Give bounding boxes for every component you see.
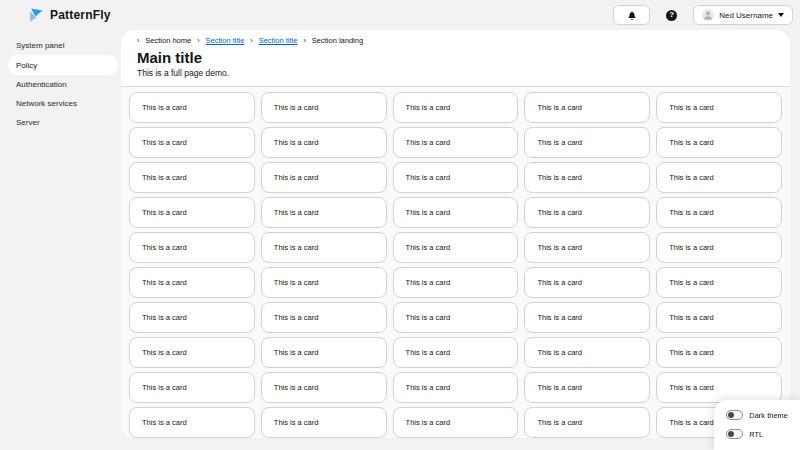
notifications-button[interactable] [613,5,650,25]
card-section: This is a card This is a card This is a … [121,87,790,438]
theme-toggle-panel: Dark theme RTL [714,400,800,450]
card: This is a card [261,267,387,298]
masthead-controls: ? Ned Username [613,5,793,25]
card: This is a card [129,162,255,193]
card: This is a card [393,407,519,438]
card-title: This is a card [537,173,582,182]
sidebar-item-label: Authentication [16,80,67,89]
card: This is a card [656,267,782,298]
switch-knob [728,412,734,418]
card: This is a card [393,267,519,298]
card-title: This is a card [537,313,582,322]
card: This is a card [129,267,255,298]
card: This is a card [656,127,782,158]
card-title: This is a card [274,243,319,252]
user-menu-button[interactable]: Ned Username [693,5,793,25]
card: This is a card [261,302,387,333]
card: This is a card [524,267,650,298]
breadcrumb-link[interactable]: Section title [259,37,298,45]
card-title: This is a card [669,383,714,392]
toggle-row[interactable]: Dark theme [726,410,788,420]
card-title: This is a card [537,243,582,252]
card-title: This is a card [669,418,714,427]
sidebar-item[interactable]: Network services [0,94,121,113]
card-title: This is a card [142,383,187,392]
card: This is a card [261,232,387,263]
breadcrumb-link[interactable]: Section home [145,37,191,45]
card-title: This is a card [142,138,187,147]
card: This is a card [261,162,387,193]
card-title: This is a card [669,348,714,357]
card-title: This is a card [537,348,582,357]
card: This is a card [524,372,650,403]
card-title: This is a card [537,278,582,287]
card-title: This is a card [142,313,187,322]
card: This is a card [656,337,782,368]
sidebar-item[interactable]: Policy [8,55,118,75]
sidebar-item[interactable]: Authentication [0,75,121,94]
card-title: This is a card [142,173,187,182]
card-title: This is a card [142,103,187,112]
card: This is a card [129,337,255,368]
sidebar-item[interactable]: System panel [0,36,121,55]
card-title: This is a card [142,243,187,252]
card-title: This is a card [274,383,319,392]
help-button[interactable]: ? [665,9,678,22]
caret-down-icon [778,13,784,17]
card: This is a card [393,127,519,158]
card-title: This is a card [669,313,714,322]
card: This is a card [524,407,650,438]
page-title: Main title [137,50,774,66]
card-grid: This is a card This is a card This is a … [129,92,782,438]
card: This is a card [656,372,782,403]
card-title: This is a card [406,173,451,182]
card: This is a card [656,197,782,228]
card: This is a card [524,232,650,263]
card: This is a card [393,232,519,263]
card-title: This is a card [406,418,451,427]
breadcrumb-link[interactable]: Section landing [312,37,363,45]
card-title: This is a card [274,348,319,357]
card-title: This is a card [669,208,714,217]
card-title: This is a card [274,173,319,182]
card-title: This is a card [142,348,187,357]
card: This is a card [129,372,255,403]
sidebar: System panel Policy Authentication Netwo… [0,30,121,450]
card-title: This is a card [142,278,187,287]
breadcrumb: › Section home › Section title › Section… [137,37,774,45]
card: This is a card [129,302,255,333]
card-title: This is a card [406,383,451,392]
card-title: This is a card [669,138,714,147]
card: This is a card [393,197,519,228]
sidebar-nav-list: System panel Policy Authentication Netwo… [0,36,121,132]
card-title: This is a card [537,418,582,427]
card: This is a card [261,197,387,228]
card-title: This is a card [274,313,319,322]
card-title: This is a card [669,278,714,287]
card-title: This is a card [274,418,319,427]
page-subtitle: This is a full page demo. [137,69,774,78]
card: This is a card [524,302,650,333]
brand-name: PatternFly [50,8,111,22]
card-title: This is a card [142,208,187,217]
card: This is a card [129,127,255,158]
card-title: This is a card [537,103,582,112]
toggle-switch-icon[interactable] [726,429,743,439]
brand-logo[interactable]: PatternFly [28,7,111,23]
card-title: This is a card [274,278,319,287]
breadcrumb-item: › Section landing [303,37,363,45]
breadcrumb-item: › Section title [197,37,244,45]
card: This is a card [261,372,387,403]
toggle-switch-icon[interactable] [726,410,743,420]
toggle-row[interactable]: RTL [726,429,788,439]
card-title: This is a card [406,278,451,287]
main-content-panel: › Section home › Section title › Section… [121,30,790,438]
page-layout: System panel Policy Authentication Netwo… [0,30,800,450]
card-title: This is a card [406,208,451,217]
breadcrumb-link[interactable]: Section title [206,37,245,45]
switch-knob [728,431,734,437]
card-title: This is a card [406,103,451,112]
card: This is a card [393,337,519,368]
breadcrumb-separator-icon: › [197,37,199,45]
sidebar-item[interactable]: Server [0,113,121,132]
